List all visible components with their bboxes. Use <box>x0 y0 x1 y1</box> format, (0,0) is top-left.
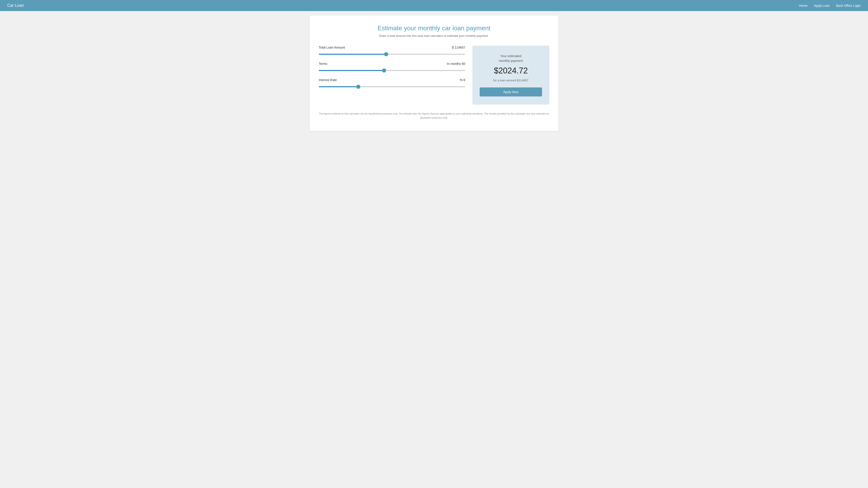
terms-slider[interactable] <box>319 70 465 71</box>
terms-value: In months 60 <box>447 62 465 66</box>
apply-now-button[interactable]: Apply Now <box>480 88 542 96</box>
rate-slider[interactable] <box>319 86 465 87</box>
main-card: Estimate your monthly car loan payment E… <box>310 15 558 131</box>
rate-label: Interest Rate <box>319 78 337 82</box>
page-title: Estimate your monthly car loan payment <box>319 25 549 32</box>
home-link[interactable]: Home <box>799 4 807 7</box>
apply-loan-link[interactable]: Apply Loan <box>814 4 830 7</box>
loan-amount-slider[interactable] <box>319 54 465 55</box>
navbar: Car Loan Home Apply Loan Back Office Log… <box>0 0 868 11</box>
terms-row: Terms In months 60 <box>319 62 465 72</box>
disclaimer: The figures entered on this calculator a… <box>319 112 549 120</box>
loan-amount-label: Total Loan Amount <box>319 46 345 49</box>
page-subtitle: Enter a total amount into this auto loan… <box>319 34 549 37</box>
result-label: Your estimated monthly payment <box>480 54 542 63</box>
rate-labels: Interest Rate % 6 <box>319 78 465 82</box>
calculator-layout: Total Loan Amount $ 114607 Terms In mont… <box>319 46 549 105</box>
navbar-brand: Car Loan <box>7 3 24 8</box>
loan-amount-value: $ 114607 <box>452 46 465 49</box>
result-for-amount: for a loan amount $114607 <box>480 78 542 82</box>
loan-amount-row: Total Loan Amount $ 114607 <box>319 46 465 56</box>
result-amount: $2024.72 <box>480 66 542 75</box>
terms-label: Terms <box>319 62 327 66</box>
navbar-links: Home Apply Loan Back Office Login <box>799 4 861 7</box>
rate-value: % 6 <box>460 78 465 82</box>
rate-row: Interest Rate % 6 <box>319 78 465 88</box>
sliders-section: Total Loan Amount $ 114607 Terms In mont… <box>319 46 465 94</box>
result-panel: Your estimated monthly payment $2024.72 … <box>472 46 549 105</box>
back-office-login-link[interactable]: Back Office Login <box>836 4 861 7</box>
terms-labels: Terms In months 60 <box>319 62 465 66</box>
loan-amount-labels: Total Loan Amount $ 114607 <box>319 46 465 49</box>
